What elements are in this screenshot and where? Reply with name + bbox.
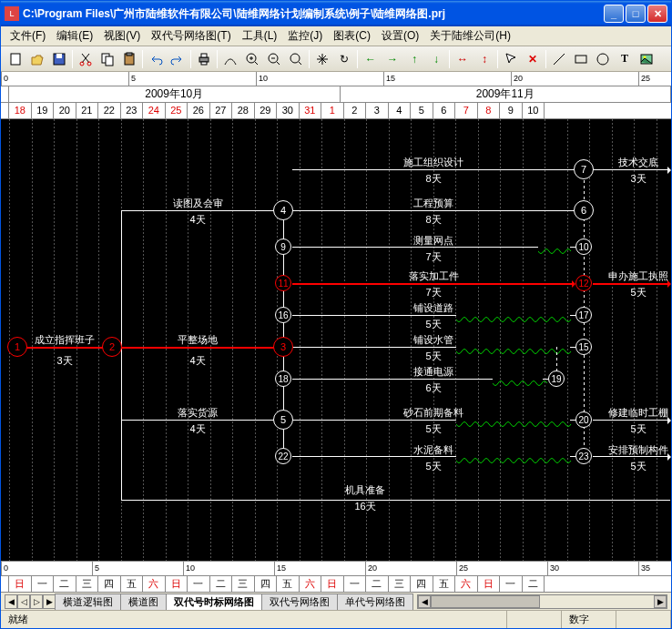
draw-icon[interactable] <box>219 49 241 69</box>
pointer-icon[interactable] <box>500 49 522 69</box>
pan-icon[interactable] <box>311 49 333 69</box>
scroll-right-icon[interactable]: ▶ <box>654 595 667 608</box>
node-18[interactable]: 18 <box>275 370 291 387</box>
zoom-in-icon[interactable] <box>241 49 263 69</box>
node-2[interactable]: 2 <box>102 337 122 357</box>
refresh-icon[interactable]: ↻ <box>333 49 355 69</box>
weekday-cell: 五 <box>277 576 300 592</box>
network-diagram[interactable]: 123456791011121516171819202223成立指挥班子3天读图… <box>1 119 671 561</box>
maximize-button[interactable]: □ <box>626 5 646 23</box>
scroll-left-icon[interactable]: ◀ <box>418 595 431 608</box>
node-22[interactable]: 22 <box>275 448 291 464</box>
zoom-out-icon[interactable] <box>263 49 285 69</box>
node-23[interactable]: 23 <box>575 448 592 464</box>
day-cell: 19 <box>32 103 55 118</box>
titlebar[interactable]: L C:\Program Files\广州市陆维软件有限公司\陆维网络计划编制系… <box>1 1 671 26</box>
close-button[interactable]: ✕ <box>647 5 667 23</box>
activity-duration: 8天 <box>425 172 441 186</box>
arrow-up-icon[interactable]: ↑ <box>403 49 425 69</box>
copy-icon[interactable] <box>97 49 118 69</box>
menu-edit[interactable]: 编辑(E) <box>51 26 98 46</box>
print-icon[interactable] <box>193 49 215 69</box>
hscrollbar[interactable]: ◀ ▶ <box>417 594 667 609</box>
arrow-down-icon[interactable]: ↓ <box>425 49 447 69</box>
menu-about[interactable]: 关于陆维公司(H) <box>424 26 516 46</box>
node-7[interactable]: 7 <box>574 159 594 179</box>
line-icon[interactable] <box>548 49 570 69</box>
delete-icon[interactable]: ✕ <box>522 49 544 69</box>
activity-duration: 7天 <box>425 250 441 264</box>
menu-net[interactable]: 双代号网络图(T) <box>146 26 236 46</box>
activity-label: 平整场地 <box>178 333 218 347</box>
weekday-cell: 二 <box>210 576 233 592</box>
sheet-tab[interactable]: 双代号网络图 <box>261 593 338 610</box>
sheet-tab[interactable]: 横道图 <box>120 593 167 610</box>
sheet-tab-active[interactable]: 双代号时标网络图 <box>166 593 262 610</box>
scroll-thumb[interactable] <box>431 595 540 608</box>
menu-chart[interactable]: 图表(C) <box>328 26 376 46</box>
activity-label: 落实加工件 <box>409 269 459 283</box>
save-icon[interactable] <box>48 49 70 69</box>
zoom-fit-icon[interactable] <box>285 49 307 69</box>
activity-duration: 5天 <box>425 460 441 473</box>
rect-icon[interactable] <box>570 49 592 69</box>
tabstrip: ◀ ◁ ▷ ▶ 横道逻辑图 横道图 双代号时标网络图 双代号网络图 单代号网络图… <box>1 592 671 610</box>
day-cell: 5 <box>411 103 433 118</box>
activity-label: 水泥备料 <box>413 443 453 457</box>
menu-view[interactable]: 视图(V) <box>98 26 146 46</box>
day-cell: 20 <box>54 103 76 118</box>
menu-monitor[interactable]: 监控(J) <box>282 26 328 46</box>
new-icon[interactable] <box>5 49 26 69</box>
node-20[interactable]: 20 <box>575 411 592 428</box>
node-6[interactable]: 6 <box>574 200 594 220</box>
tab-first-icon[interactable]: ◀ <box>5 594 17 609</box>
image-icon[interactable] <box>636 49 657 69</box>
weekday-cell: 二 <box>54 576 76 592</box>
paste-icon[interactable] <box>118 49 140 69</box>
circle-icon[interactable] <box>592 49 614 69</box>
text-icon[interactable]: T <box>614 49 636 69</box>
spacing-h-icon[interactable]: ↔ <box>452 49 473 69</box>
menu-file[interactable]: 文件(F) <box>5 26 51 46</box>
node-4[interactable]: 4 <box>273 200 293 220</box>
node-11[interactable]: 11 <box>275 275 291 291</box>
spacing-v-icon[interactable]: ↕ <box>473 49 495 69</box>
tab-prev-icon[interactable]: ◁ <box>17 594 30 609</box>
node-12[interactable]: 12 <box>575 275 592 291</box>
svg-rect-11 <box>201 62 207 65</box>
node-17[interactable]: 17 <box>575 307 592 323</box>
day-cell: 3 <box>366 103 389 118</box>
menu-setting[interactable]: 设置(O) <box>376 26 424 46</box>
day-cell: 7 <box>455 103 478 118</box>
node-19[interactable]: 19 <box>548 370 565 387</box>
node-10[interactable]: 10 <box>575 238 592 255</box>
undo-icon[interactable] <box>145 49 167 69</box>
weekday-cell: 日 <box>478 576 501 592</box>
day-cell: 31 <box>300 103 322 118</box>
tab-next-icon[interactable]: ▷ <box>30 594 43 609</box>
arrow-left-icon[interactable]: ← <box>360 49 382 69</box>
day-cell: 8 <box>478 103 501 118</box>
svg-rect-2 <box>56 54 62 58</box>
svg-rect-10 <box>201 54 207 57</box>
sheet-tab[interactable]: 横道逻辑图 <box>55 593 121 610</box>
sheet-tab[interactable]: 单代号网络图 <box>337 593 413 610</box>
minimize-button[interactable]: _ <box>604 5 624 23</box>
node-1[interactable]: 1 <box>7 337 27 357</box>
svg-rect-8 <box>127 53 132 56</box>
weekday-cell: 四 <box>255 576 278 592</box>
menu-tool[interactable]: 工具(L) <box>237 26 283 46</box>
tab-last-icon[interactable]: ▶ <box>43 594 56 609</box>
node-3[interactable]: 3 <box>273 337 293 357</box>
cut-icon[interactable] <box>75 49 97 69</box>
redo-icon[interactable] <box>167 49 188 69</box>
node-9[interactable]: 9 <box>275 238 291 255</box>
arrow-right-icon[interactable]: → <box>382 49 403 69</box>
node-5[interactable]: 5 <box>273 410 293 430</box>
node-16[interactable]: 16 <box>275 307 291 323</box>
activity-label: 技术交底 <box>618 156 658 169</box>
weekday-cell: 日 <box>321 576 344 592</box>
open-icon[interactable] <box>26 49 48 69</box>
activity-duration: 4天 <box>189 354 205 368</box>
node-15[interactable]: 15 <box>575 339 592 355</box>
